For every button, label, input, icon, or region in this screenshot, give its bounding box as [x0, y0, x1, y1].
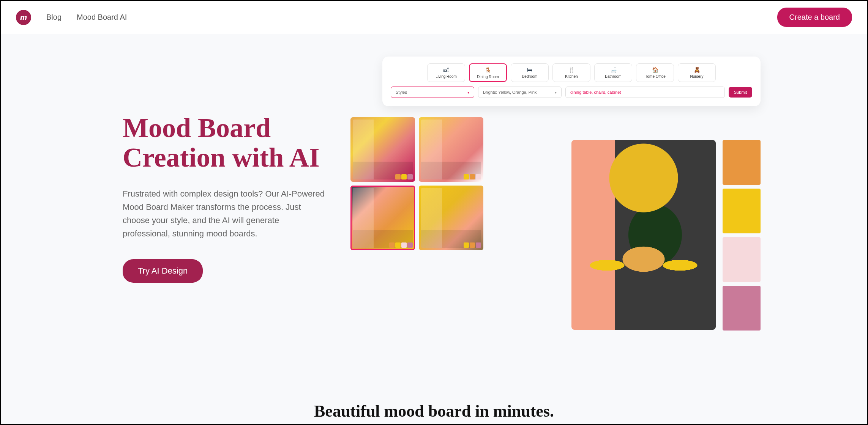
hero-title: Mood Board Creation with AI	[123, 113, 343, 173]
styles-placeholder: Styles	[396, 90, 407, 94]
palette-swatch-3[interactable]	[723, 237, 761, 282]
try-ai-design-button[interactable]: Try AI Design	[123, 259, 203, 283]
styles-select[interactable]: Styles ▾	[391, 87, 474, 98]
tab-dining-room[interactable]: 🪑 Dining Room	[469, 63, 507, 82]
app-preview-card: 🛋 Living Room 🪑 Dining Room 🛏 Bedroom 🍴 …	[382, 57, 761, 106]
submit-button[interactable]: Submit	[729, 87, 752, 98]
keywords-input[interactable]: dining table, chairs, cabinet	[565, 87, 725, 98]
utensils-icon: 🍴	[568, 67, 575, 73]
palette-swatch-1[interactable]	[723, 140, 761, 185]
tab-label: Kitchen	[565, 74, 578, 79]
moodboard-thumb[interactable]	[419, 186, 483, 250]
selected-preview	[571, 140, 761, 331]
colors-select[interactable]: Brights: Yellow, Orange, Pink ▾	[478, 87, 562, 98]
tab-kitchen[interactable]: 🍴 Kitchen	[552, 63, 590, 82]
thumb-palette	[389, 242, 413, 248]
hero-description: Frustrated with complex design tools? Ou…	[123, 187, 328, 241]
tab-label: Dining Room	[477, 75, 499, 79]
generated-room-image	[571, 140, 716, 330]
palette-swatch-4[interactable]	[723, 286, 761, 331]
input-row: Styles ▾ Brights: Yellow, Orange, Pink ▾…	[391, 87, 752, 98]
site-header: m Blog Mood Board AI Create a board	[1, 1, 867, 34]
color-palette	[723, 140, 761, 331]
hero-visual: 🛋 Living Room 🪑 Dining Room 🛏 Bedroom 🍴 …	[366, 57, 745, 353]
thumb-palette	[395, 174, 413, 179]
moodboard-thumb[interactable]	[419, 117, 483, 182]
hero-container: Mood Board Creation with AI Frustrated w…	[107, 57, 761, 353]
tab-bathroom[interactable]: 🛁 Bathroom	[594, 63, 632, 82]
tab-label: Bathroom	[605, 74, 621, 79]
moodboard-thumb-selected[interactable]	[350, 186, 415, 250]
tab-living-room[interactable]: 🛋 Living Room	[427, 63, 465, 82]
tab-label: Bedroom	[522, 74, 538, 79]
chevron-down-icon: ▾	[555, 90, 557, 94]
tab-nursery[interactable]: 🧸 Nursery	[678, 63, 716, 82]
nav-blog[interactable]: Blog	[46, 13, 62, 22]
tab-label: Home Office	[644, 74, 665, 79]
home-icon: 🏠	[652, 67, 658, 73]
palette-swatch-2[interactable]	[723, 189, 761, 233]
chevron-down-icon: ▾	[467, 90, 469, 94]
nav-moodboard-ai[interactable]: Mood Board AI	[77, 13, 127, 22]
bath-icon: 🛁	[610, 67, 617, 73]
hero-section: Mood Board Creation with AI Frustrated w…	[1, 34, 867, 425]
moodboard-thumbnails	[350, 117, 483, 250]
thumb-palette	[464, 174, 481, 179]
create-board-button[interactable]: Create a board	[777, 8, 852, 27]
hero-copy: Mood Board Creation with AI Frustrated w…	[123, 57, 343, 353]
colors-value: Brights: Yellow, Orange, Pink	[483, 90, 537, 94]
bed-icon: 🛏	[527, 67, 532, 73]
thumb-palette	[464, 242, 481, 248]
brand-logo[interactable]: m	[16, 10, 31, 25]
baby-icon: 🧸	[694, 67, 700, 73]
section-tagline: Beautiful mood board in minutes.	[1, 401, 867, 421]
sofa-icon: 🛋	[443, 67, 449, 73]
moodboard-thumb[interactable]	[350, 117, 415, 182]
room-tabs: 🛋 Living Room 🪑 Dining Room 🛏 Bedroom 🍴 …	[391, 63, 752, 82]
tab-home-office[interactable]: 🏠 Home Office	[636, 63, 674, 82]
tab-label: Living Room	[436, 74, 457, 79]
chair-icon: 🪑	[485, 67, 491, 73]
header-left: m Blog Mood Board AI	[16, 10, 127, 25]
tab-label: Nursery	[690, 74, 703, 79]
tab-bedroom[interactable]: 🛏 Bedroom	[511, 63, 549, 82]
